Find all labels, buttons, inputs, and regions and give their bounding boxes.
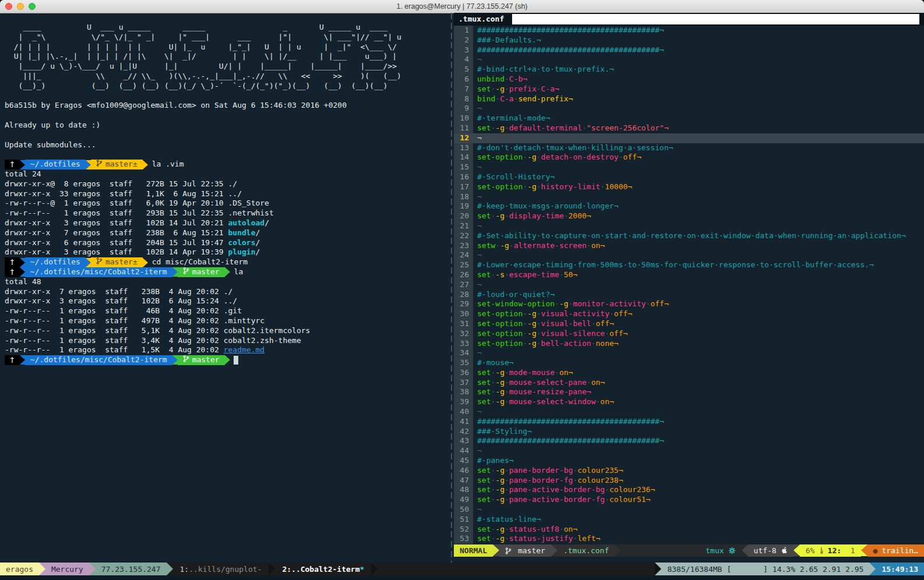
powerline-separator — [20, 267, 25, 277]
prompt-host-segment: † — [5, 160, 20, 169]
dot-icon: ● — [873, 546, 878, 555]
token-opt: display-time — [509, 211, 564, 220]
token-num: on¬ — [600, 397, 613, 406]
token-w: total 24 — [5, 169, 41, 179]
tmux-window-1[interactable]: 1:..kills/gnuplot- — [173, 563, 269, 575]
powerline-separator — [551, 544, 558, 556]
token-fl: -g — [527, 309, 537, 318]
token-pu: · — [537, 84, 541, 93]
line-indicator: 12: — [828, 546, 841, 555]
vim-tab-tmux-conf[interactable]: .tmux.conf — [454, 13, 512, 26]
token-pu: ¬ — [477, 55, 482, 63]
vim-line: 28#·loud·or·quiet?¬ — [454, 290, 924, 300]
token-pu: · — [537, 329, 541, 338]
token-w: b6a515b by Eragos <mfo1009@googlemail.co… — [5, 101, 347, 111]
token-num: colour51¬ — [609, 495, 650, 504]
powerline-separator — [143, 258, 148, 267]
line-content: ¬ — [473, 162, 924, 172]
prompt-line: †~/.dotfiles/misc/Cobalt2-itermmasterla — [5, 267, 449, 277]
line-content: ¬ — [473, 407, 924, 417]
terminal-line: drwxr-xr-x 7 eragos staff 238B 4 Aug 20:… — [5, 287, 449, 297]
prompt-path-segment: ~/.dotfiles/misc/Cobalt2-iterm — [25, 355, 172, 365]
vim-line: 47set·-g·pane-border-fg·colour238¬ — [454, 476, 924, 486]
token-opt: pane-border-fg — [509, 476, 573, 484]
token-pu: ¬ — [477, 446, 482, 455]
line-number: 13 — [454, 143, 473, 153]
tmux-status-bar: eragos Mercury 77.23.155.247 1:..kills/g… — [0, 563, 924, 575]
vim-line: 13#·don't·detach·tmux·when·killing·a·ses… — [454, 143, 924, 153]
line-number: 15 — [454, 162, 473, 172]
token-k: set — [477, 270, 491, 279]
vim-line: 3#######################################… — [454, 45, 924, 55]
token-cm: ########################################… — [477, 436, 664, 445]
line-content: unbind·C-b¬ — [473, 75, 924, 84]
vim-buffer[interactable]: 1#######################################… — [454, 26, 924, 544]
terminal-line: (__)_) (__) (__) (__) (__)(_/ \_)-´ `-(_… — [5, 82, 449, 91]
powerline-separator — [172, 267, 178, 277]
git-branch-icon — [505, 547, 512, 555]
vim-line: 48set·-g·pane-active-border-bg·colour236… — [454, 485, 924, 495]
line-number: 47 — [454, 476, 473, 486]
token-num: on¬ — [591, 378, 605, 387]
terminal-line: ____ U ___ u _____ _____ _ U _____ u ___… — [5, 23, 449, 33]
token-w: drwxr-xr-x 7 eragos staff 238B 4 Aug 20:… — [5, 287, 232, 297]
token-fl: -g — [495, 466, 505, 475]
token-w: -rw-r--r-- 1 eragos staff 1,5K 4 Aug 20:… — [5, 345, 224, 355]
terminal-line: b6a515b by Eragos <mfo1009@googlemail.co… — [5, 101, 449, 111]
vim-pane[interactable]: .tmux.conf 1############################… — [454, 13, 924, 563]
powerline-separator — [225, 267, 230, 277]
token-fl: -s — [495, 270, 505, 279]
token-fl: -g — [527, 153, 537, 161]
token-cm: ########################################… — [477, 45, 664, 54]
blank-line — [5, 91, 449, 101]
token-pu: · — [505, 368, 509, 377]
line-number: 17 — [454, 182, 473, 192]
token-k: set — [477, 123, 491, 132]
statusline-warning: ● trailin… — [867, 544, 924, 557]
tmux-system-stats: 8385/16384MB [ ] 14.3% 2.65 2.91 2.95 — [661, 563, 869, 575]
vim-line: 7set·-g·prefix·C-a¬ — [454, 84, 924, 94]
vim-line: 2###·Defaults.¬ — [454, 36, 924, 45]
token-opt: mouse-select-pane — [509, 378, 587, 387]
terminal-line: drwxr-xr-x 3 eragos staff 102B 14 Jul 20… — [5, 218, 449, 228]
token-opt: visual-activity — [541, 309, 609, 318]
token-k: unbind — [477, 75, 505, 83]
warning-label: trailin… — [881, 546, 918, 555]
line-content: set-option·-g·bell-action·none¬ — [473, 339, 924, 349]
token-opt: mouse-resize-pane¬ — [509, 387, 591, 396]
token-num: off¬ — [614, 309, 632, 318]
token-num: off¬ — [596, 319, 614, 328]
vim-line: 22#·Set·ability·to·capture·on·start·and·… — [454, 231, 924, 241]
token-opt: escape-time — [509, 270, 559, 279]
line-number: 44 — [454, 446, 473, 456]
token-fl: -g — [527, 329, 537, 338]
shell-pane[interactable]: ____ U ___ u _____ _____ _ U _____ u ___… — [0, 13, 449, 563]
tmux-pane-divider[interactable] — [449, 13, 454, 563]
token-k: set-option — [477, 339, 523, 348]
token-num: left¬ — [577, 534, 600, 543]
token-pu: · — [505, 466, 509, 475]
line-content: set·-g·pane-active-border-bg·colour236¬ — [473, 485, 924, 495]
token-pu: · — [505, 525, 509, 533]
token-opt: pane-active-border-fg — [509, 495, 605, 504]
line-number: 5 — [454, 65, 473, 75]
token-pu: · — [555, 368, 559, 377]
prompt-branch-segment: master — [178, 355, 225, 365]
token-fl: -g — [500, 241, 509, 250]
token-pu: · — [559, 525, 564, 533]
line-content: ########################################… — [473, 417, 924, 427]
line-number: 51 — [454, 515, 473, 525]
tmux-window-2[interactable]: 2:..Cobalt2-iterm* — [275, 563, 371, 575]
terminal-line: drwxr-xr-x 33 eragos staff 1,1K 6 Aug 15… — [5, 189, 449, 199]
powerline-separator — [89, 563, 96, 575]
line-content: ###·Styling¬ — [473, 427, 924, 437]
token-fl: -g — [495, 378, 505, 387]
prompt-path-segment: ~/.dotfiles — [25, 160, 86, 169]
terminal-line: /| | | | | | | | | | U| |_ u |_"_| U | |… — [5, 43, 449, 52]
line-number: 26 — [454, 270, 473, 280]
token-opt: C-b¬ — [509, 75, 527, 83]
token-opt: visual-bell — [541, 319, 591, 328]
token-w: -rw-r--r-- 1 eragos staff 497B 4 Aug 20:… — [5, 316, 264, 326]
token-pu: · — [537, 153, 541, 161]
line-content: ########################################… — [473, 26, 924, 36]
